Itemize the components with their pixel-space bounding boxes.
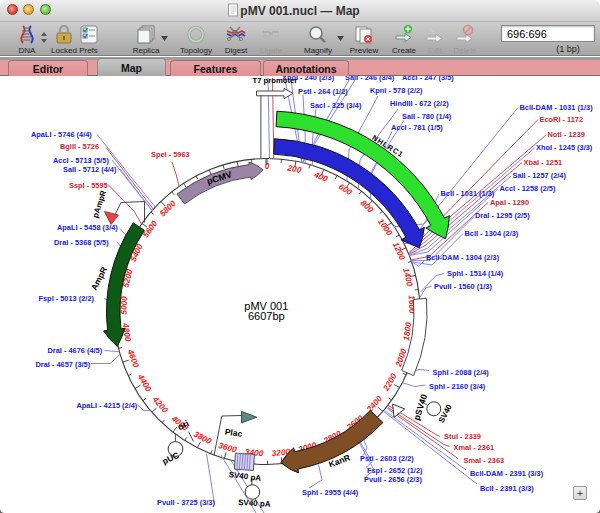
svg-text:SalI - 780 (1/4): SalI - 780 (1/4)	[402, 112, 452, 121]
svg-text:SphI - 1514 (1/4): SphI - 1514 (1/4)	[447, 269, 504, 278]
svg-text:KpnI - 578 (2/2): KpnI - 578 (2/2)	[370, 86, 423, 95]
svg-text:XhoI - 1245 (3/3): XhoI - 1245 (3/3)	[536, 143, 593, 152]
svg-text:800: 800	[359, 198, 376, 215]
svg-text:SalI - 1257 (2/4): SalI - 1257 (2/4)	[513, 171, 567, 180]
svg-text:6607bp: 6607bp	[248, 310, 285, 322]
svg-text:3600: 3600	[217, 440, 238, 455]
svg-text:BclI-DAM - 1304 (2/3): BclI-DAM - 1304 (2/3)	[426, 253, 500, 262]
svg-text:BglII - 5726: BglII - 5726	[60, 142, 99, 151]
svg-text:2200: 2200	[380, 371, 399, 393]
svg-text:FspI - 2652 (1/2): FspI - 2652 (1/2)	[367, 466, 423, 475]
svg-text:AccI - 5713 (5/5): AccI - 5713 (5/5)	[53, 156, 109, 165]
svg-text:BclI - 2391 (3/3): BclI - 2391 (3/3)	[480, 484, 534, 493]
svg-text:SalI - 5712 (4/4): SalI - 5712 (4/4)	[63, 165, 117, 174]
svg-text:BclI-DAM - 1031 (1/3): BclI-DAM - 1031 (1/3)	[520, 103, 594, 112]
svg-text:4400: 4400	[135, 371, 154, 393]
svg-text:PvuII - 2656 (2/3): PvuII - 2656 (2/3)	[364, 475, 422, 484]
svg-text:ApaLI - 5458 (3/4): ApaLI - 5458 (3/4)	[57, 223, 118, 232]
svg-text:XmaI - 2361: XmaI - 2361	[454, 443, 495, 452]
svg-text:SspI - 5595: SspI - 5595	[69, 181, 108, 190]
svg-text:T7 promoter: T7 promoter	[253, 76, 298, 85]
svg-text:SV40 pA: SV40 pA	[228, 470, 262, 483]
svg-text:Plac: Plac	[224, 427, 243, 439]
svg-text:200: 200	[286, 162, 303, 175]
svg-text:0: 0	[265, 161, 270, 171]
svg-text:2400: 2400	[364, 393, 385, 415]
svg-text:SphI - 2088 (2/4): SphI - 2088 (2/4)	[433, 368, 490, 377]
svg-text:DraI - 4676 (4/5): DraI - 4676 (4/5)	[48, 346, 103, 355]
svg-text:DraI - 1295 (2/5): DraI - 1295 (2/5)	[475, 211, 530, 220]
svg-text:SmaI - 2363: SmaI - 2363	[464, 456, 505, 465]
svg-text:SacI - 325 (3/4): SacI - 325 (3/4)	[310, 101, 362, 110]
svg-text:AmpR: AmpR	[89, 265, 109, 292]
svg-text:NotI - 1239: NotI - 1239	[548, 130, 585, 139]
svg-text:PstI - 264 (1/2): PstI - 264 (1/2)	[298, 87, 348, 96]
svg-text:DraI - 5368 (5/5): DraI - 5368 (5/5)	[54, 238, 109, 247]
svg-text:HindIII - 672 (2/2): HindIII - 672 (2/2)	[390, 99, 449, 108]
svg-text:SV40 pA: SV40 pA	[238, 498, 271, 509]
svg-text:BclI - 1031 (1/3): BclI - 1031 (1/3)	[441, 189, 495, 198]
svg-text:BclI-DAM - 2391 (3/3): BclI-DAM - 2391 (3/3)	[470, 469, 544, 478]
svg-text:AccI - 1258 (2/5): AccI - 1258 (2/5)	[500, 184, 556, 193]
svg-text:PvuII - 3725 (3/3): PvuII - 3725 (3/3)	[157, 498, 215, 507]
svg-text:FspI - 5013 (2/2): FspI - 5013 (2/2)	[39, 294, 95, 303]
svg-text:EcoRI - 1172: EcoRI - 1172	[540, 115, 584, 124]
svg-text:XbaI - 1251: XbaI - 1251	[524, 158, 563, 167]
svg-text:4200: 4200	[150, 394, 171, 416]
svg-text:SphI - 2955 (4/4): SphI - 2955 (4/4)	[302, 488, 359, 497]
svg-text:PvuII - 1560 (1/3): PvuII - 1560 (1/3)	[434, 282, 492, 291]
svg-text:PstI - 2603 (2/2): PstI - 2603 (2/2)	[360, 454, 414, 463]
svg-text:AccI - 781 (1/5): AccI - 781 (1/5)	[391, 123, 443, 132]
svg-text:BclI - 1304 (2/3): BclI - 1304 (2/3)	[465, 229, 519, 238]
svg-text:ApaI - 1290: ApaI - 1290	[490, 198, 529, 207]
svg-text:ApaLI - 4215 (2/4): ApaLI - 4215 (2/4)	[77, 401, 138, 410]
svg-text:1000: 1000	[376, 217, 395, 238]
svg-text:SphI - 2160 (3/4): SphI - 2160 (3/4)	[429, 382, 486, 391]
svg-text:StuI - 2339: StuI - 2339	[444, 432, 481, 441]
svg-text:ApaLI - 5746 (4/4): ApaLI - 5746 (4/4)	[31, 130, 92, 139]
svg-text:1400: 1400	[401, 267, 415, 288]
svg-text:4600: 4600	[125, 347, 141, 369]
svg-text:DraI - 4657 (3/5): DraI - 4657 (3/5)	[36, 360, 91, 369]
svg-text:3800: 3800	[192, 429, 213, 446]
svg-text:SpeI - 5963: SpeI - 5963	[151, 150, 190, 159]
